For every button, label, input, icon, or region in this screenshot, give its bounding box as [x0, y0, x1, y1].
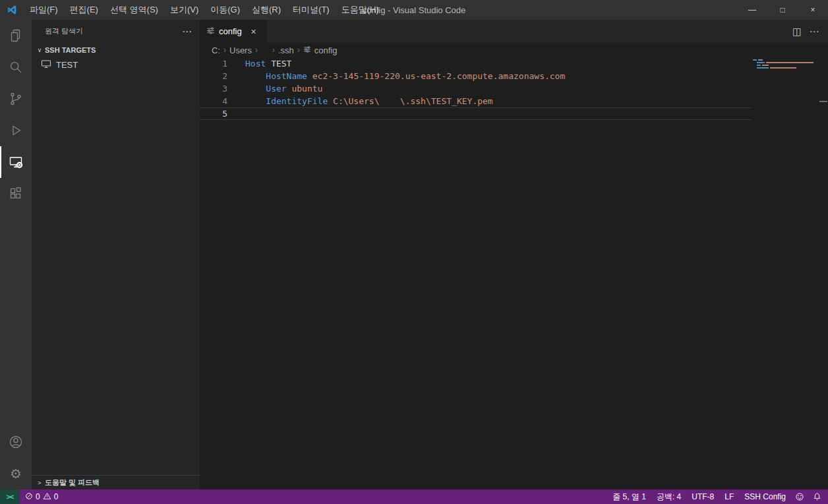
minimize-button[interactable]: — — [737, 0, 767, 20]
explorer-icon[interactable] — [0, 20, 32, 51]
minimap-line-2 — [753, 62, 819, 63]
notifications-bell-icon[interactable] — [808, 490, 825, 504]
code-editor[interactable]: 1Host TEST2 HostName ec2-3-145-119-220.u… — [200, 57, 828, 490]
footer-label: 도움말 및 피드백 — [45, 478, 100, 488]
minimap-line-3 — [753, 65, 819, 66]
code-line-3[interactable]: 3 User ubuntu — [200, 82, 752, 95]
tree-item-label: TEST — [56, 60, 78, 70]
extensions-icon[interactable] — [0, 178, 32, 210]
breadcrumbs: C:›Users››.ssh›config — [200, 43, 828, 57]
menu-item-3[interactable]: 보기(V) — [164, 0, 204, 20]
section-label: SSH TARGETS — [45, 46, 96, 54]
menu-item-0[interactable]: 파일(F) — [24, 0, 64, 20]
overview-cursor-mark — [819, 101, 827, 102]
status-cursor-position[interactable]: 줄 5, 열 1 — [607, 490, 651, 504]
remote-explorer-icon[interactable] — [0, 146, 32, 178]
code-text: IdentityFile C:\Users\ \.ssh\TEST_KEY.pe… — [245, 95, 493, 107]
sidebar-remote-explorer: 원격 탐색기 ⋯ ∨ SSH TARGETS TEST > 도움말 및 피드백 — [32, 20, 200, 490]
editor-actions: ◫ ⋯ — [788, 20, 828, 43]
errors-count: 0 — [36, 492, 40, 501]
ssh-targets-items: TEST — [32, 57, 200, 72]
line-number: 5 — [200, 107, 245, 120]
menu-item-5[interactable]: 실행(R) — [246, 0, 287, 20]
run-and-debug-icon[interactable] — [0, 115, 32, 146]
activity-bar-spacer — [0, 210, 32, 426]
code-text: HostName ec2-3-145-119-220.us-east-2.com… — [245, 70, 565, 82]
accounts-icon[interactable] — [0, 426, 32, 458]
breadcrumb-ssh[interactable]: .ssh — [277, 45, 295, 55]
menu-item-7[interactable]: 도움말(H) — [336, 0, 385, 20]
menu-item-6[interactable]: 터미널(T) — [287, 0, 336, 20]
search-icon[interactable] — [0, 51, 32, 83]
breadcrumb-separator-icon: › — [253, 45, 260, 55]
problems-status[interactable]: 0 0 — [20, 492, 63, 502]
warnings-count: 0 — [54, 492, 59, 501]
minimap-line-1 — [753, 59, 819, 61]
code-line-4[interactable]: 4 IdentityFile C:\Users\ \.ssh\TEST_KEY.… — [200, 95, 752, 107]
section-help-feedback[interactable]: > 도움말 및 피드백 — [32, 475, 200, 490]
activity-bar: ⚙ — [0, 20, 32, 490]
tab-label: config — [219, 26, 242, 36]
close-tab-icon[interactable]: × — [247, 25, 260, 38]
menu-item-2[interactable]: 선택 영역(S) — [104, 0, 164, 20]
vscode-window: 파일(F)편집(E)선택 영역(S)보기(V)이동(G)실행(R)터미널(T)도… — [0, 0, 828, 504]
line-number: 4 — [200, 95, 245, 107]
code-line-1[interactable]: 1Host TEST — [200, 57, 752, 70]
config-file-icon — [206, 26, 215, 37]
title-bar: 파일(F)편집(E)선택 영역(S)보기(V)이동(G)실행(R)터미널(T)도… — [0, 0, 828, 20]
breadcrumb-separator-icon: › — [222, 45, 228, 55]
vm-icon — [41, 59, 51, 71]
breadcrumb-separator-icon: › — [270, 45, 277, 55]
split-editor-icon[interactable]: ◫ — [788, 23, 806, 40]
status-encoding[interactable]: UTF-8 — [686, 490, 719, 504]
errors-icon — [25, 492, 33, 502]
status-right-items: 줄 5, 열 1공백: 4UTF-8LFSSH Config — [607, 490, 791, 504]
editor-more-actions-icon[interactable]: ⋯ — [806, 23, 823, 40]
warnings-icon — [43, 492, 51, 502]
maximize-button[interactable]: □ — [767, 0, 798, 20]
section-ssh-targets[interactable]: ∨ SSH TARGETS — [32, 43, 200, 57]
feedback-icon[interactable] — [791, 490, 808, 504]
sidebar-header: 원격 탐색기 ⋯ — [32, 20, 200, 43]
config-file-icon — [303, 45, 311, 55]
status-eol[interactable]: LF — [719, 490, 739, 504]
menu-bar: 파일(F)편집(E)선택 영역(S)보기(V)이동(G)실행(R)터미널(T)도… — [24, 0, 385, 20]
breadcrumb-config[interactable]: config — [302, 45, 339, 55]
menu-item-1[interactable]: 편집(E) — [64, 0, 104, 20]
source-control-icon[interactable] — [0, 83, 32, 115]
code-text: Host TEST — [245, 57, 291, 70]
line-number: 3 — [200, 82, 245, 95]
code-lines: 1Host TEST2 HostName ec2-3-145-119-220.u… — [200, 57, 752, 120]
close-button[interactable]: × — [798, 0, 828, 20]
menu-item-4[interactable]: 이동(G) — [204, 0, 246, 20]
chevron-down-icon: ∨ — [34, 47, 45, 53]
code-line-2[interactable]: 2 HostName ec2-3-145-119-220.us-east-2.c… — [200, 70, 752, 82]
line-number: 2 — [200, 70, 245, 82]
status-bar: >< 0 0 줄 5, 열 1공백: 4UTF-8LFSSH Config — [0, 490, 828, 504]
more-actions-icon[interactable]: ⋯ — [182, 26, 192, 38]
breadcrumb-label: config — [314, 45, 338, 55]
line-number: 1 — [200, 57, 245, 70]
breadcrumb-Users[interactable]: Users — [228, 45, 253, 55]
sidebar-title: 원격 탐색기 — [45, 26, 182, 36]
code-text: User ubuntu — [245, 82, 322, 95]
tab-config[interactable]: config × — [200, 20, 267, 43]
vscode-logo-icon — [0, 0, 24, 20]
remote-indicator[interactable]: >< — [0, 490, 20, 504]
status-indentation[interactable]: 공백: 4 — [651, 490, 686, 504]
chevron-right-icon: > — [34, 480, 45, 486]
breadcrumb-C[interactable]: C: — [210, 45, 222, 55]
status-right: 줄 5, 열 1공백: 4UTF-8LFSSH Config — [607, 490, 828, 504]
settings-gear-icon[interactable]: ⚙ — [0, 458, 32, 490]
window-controls: — □ × — [737, 0, 828, 20]
status-language-mode[interactable]: SSH Config — [739, 490, 791, 504]
minimap[interactable] — [753, 59, 819, 70]
tree-item-test[interactable]: TEST — [32, 57, 200, 72]
code-line-5[interactable]: 5 — [200, 107, 752, 120]
breadcrumb-separator-icon: › — [295, 45, 302, 55]
overview-ruler[interactable] — [819, 57, 828, 490]
tab-bar: config × ◫ ⋯ — [200, 20, 828, 43]
minimap-line-4 — [753, 67, 819, 69]
editor-area: config × ◫ ⋯ C:›Users››.ssh›config 1Host… — [200, 20, 828, 490]
